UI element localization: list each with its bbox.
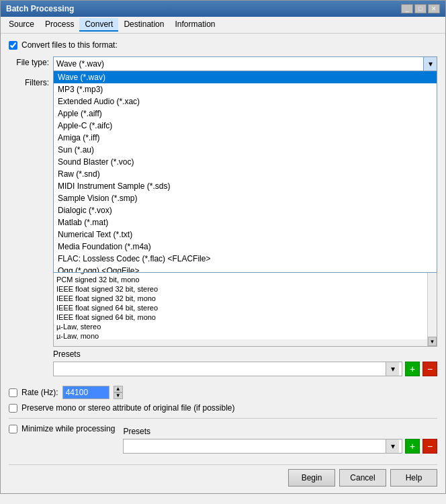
list-item[interactable]: µ-Law, stereo <box>54 322 427 331</box>
bottom-section: Minimize while processing Presets ▾ + − <box>9 424 437 458</box>
rate-input[interactable] <box>62 386 109 399</box>
title-bar: Batch Processing _ □ ✕ <box>1 1 445 17</box>
list-item[interactable]: IEEE float signed 32 bit, stereo <box>54 284 427 294</box>
cancel-button[interactable]: Cancel <box>339 469 386 487</box>
file-type-dropdown[interactable]: Wave (*.wav) MP3 (*.mp3) Extended Audio … <box>53 71 437 273</box>
action-buttons: Begin Cancel Help <box>9 464 437 487</box>
bottom-presets-section: Presets ▾ + − <box>123 424 437 458</box>
dropdown-item-ogg[interactable]: Ogg (*.ogg) <OggFile> <box>54 265 437 273</box>
begin-button[interactable]: Begin <box>288 469 335 487</box>
dropdown-item-m4a[interactable]: Media Foundation (*.m4a) <box>54 241 437 253</box>
content-area: Convert files to this format: File type:… <box>1 34 445 493</box>
rate-decrement-button[interactable]: ▼ <box>114 392 123 399</box>
close-button[interactable]: ✕ <box>428 4 440 13</box>
bottom-presets-row: ▾ + − <box>123 439 437 454</box>
dropdown-item-aiff[interactable]: Apple (*.aiff) <box>54 108 437 120</box>
dropdown-item-xac[interactable]: Extended Audio (*.xac) <box>54 95 437 108</box>
list-item[interactable]: IEEE float signed 64 bit, mono <box>54 312 427 322</box>
convert-checkbox[interactable] <box>9 41 17 50</box>
list-item[interactable]: IEEE float signed 32 bit, mono <box>54 294 427 303</box>
convert-checkbox-label: Convert files to this format: <box>21 40 118 50</box>
menu-information[interactable]: Information <box>169 18 220 32</box>
rate-label: Rate (Hz): <box>21 388 58 397</box>
dropdown-item-voc[interactable]: Sound Blaster (*.voc) <box>54 156 437 168</box>
menu-convert[interactable]: Convert <box>79 18 118 32</box>
preserve-label: Preserve mono or stereo attribute of ori… <box>21 403 234 413</box>
minimize-label: Minimize while processing <box>21 424 115 433</box>
dropdown-item-vox[interactable]: Dialogic (*.vox) <box>54 204 437 216</box>
dropdown-item-flac[interactable]: FLAC: Lossless Codec (*.flac) <FLACFile> <box>54 253 437 265</box>
bottom-presets-add-button[interactable]: + <box>405 439 420 454</box>
main-window: Batch Processing _ □ ✕ Source Process Co… <box>0 0 446 494</box>
dropdown-item-iff[interactable]: Amiga (*.iff) <box>54 132 437 144</box>
rate-spinner: ▲ ▼ <box>114 386 123 399</box>
window-title: Batch Processing <box>6 4 74 13</box>
bottom-presets-label: Presets <box>123 427 437 436</box>
dropdown-item-txt[interactable]: Numerical Text (*.txt) <box>54 228 437 241</box>
file-type-row: File type: Wave (*.wav) ▾ Wave (*.wav) M… <box>9 56 437 71</box>
list-item[interactable]: PCM signed 32 bit, mono <box>54 275 427 284</box>
dropdown-item-wav[interactable]: Wave (*.wav) <box>54 71 437 83</box>
rate-row: Rate (Hz): ▲ ▼ <box>9 386 437 399</box>
dropdown-item-smp[interactable]: Sample Vision (*.smp) <box>54 192 437 204</box>
dropdown-item-mp3[interactable]: MP3 (*.mp3) <box>54 83 437 95</box>
dropdown-item-aifc[interactable]: Apple-C (*.aifc) <box>54 120 437 132</box>
maximize-button[interactable]: □ <box>414 4 427 13</box>
scroll-down-btn[interactable]: ▼ <box>428 337 437 346</box>
presets-section: Presets ▾ + − <box>53 349 437 376</box>
dropdown-item-sds[interactable]: MIDI Instrument Sample (*.sds) <box>54 180 437 192</box>
minimize-button[interactable]: _ <box>401 4 413 13</box>
presets-dropdown-arrow[interactable]: ▾ <box>386 362 399 376</box>
preserve-checkbox-row: Preserve mono or stereo attribute of ori… <box>9 403 437 413</box>
file-type-dropdown-arrow[interactable]: ▾ <box>423 57 437 71</box>
minimize-checkbox[interactable] <box>9 425 17 433</box>
file-type-selected: Wave (*.wav) <box>56 59 423 69</box>
file-type-wrapper: Wave (*.wav) ▾ Wave (*.wav) MP3 (*.mp3) … <box>53 56 437 71</box>
presets-remove-button[interactable]: − <box>422 362 437 376</box>
menu-destination[interactable]: Destination <box>118 18 169 32</box>
help-button[interactable]: Help <box>390 469 437 487</box>
menu-bar: Source Process Convert Destination Infor… <box>1 17 445 34</box>
presets-select-wrapper: ▾ <box>53 362 402 376</box>
bottom-presets-wrapper: ▾ <box>123 439 402 454</box>
list-item[interactable]: µ-Law, mono <box>54 331 427 339</box>
dropdown-item-au[interactable]: Sun (*.au) <box>54 144 437 156</box>
title-bar-buttons: _ □ ✕ <box>401 4 440 13</box>
filters-label: Filters: <box>9 77 49 87</box>
menu-process[interactable]: Process <box>40 18 79 32</box>
dropdown-item-mat[interactable]: Matlab (*.mat) <box>54 216 437 228</box>
preserve-checkbox[interactable] <box>9 404 17 413</box>
menu-source[interactable]: Source <box>3 18 40 32</box>
presets-add-button[interactable]: + <box>405 362 420 376</box>
rate-checkbox[interactable] <box>9 388 17 397</box>
minimize-checkbox-row: Minimize while processing <box>9 424 115 433</box>
dropdown-item-snd[interactable]: Raw (*.snd) <box>54 168 437 180</box>
file-type-label: File type: <box>9 56 49 67</box>
presets-row: ▾ + − <box>53 362 437 376</box>
convert-checkbox-row: Convert files to this format: <box>9 40 437 50</box>
bottom-presets-remove-button[interactable]: − <box>422 439 437 454</box>
list-item[interactable]: IEEE float signed 64 bit, stereo <box>54 303 427 312</box>
rate-increment-button[interactable]: ▲ <box>114 386 123 392</box>
minimize-section: Minimize while processing <box>9 424 115 458</box>
divider <box>9 418 437 419</box>
presets-label: Presets <box>53 349 437 359</box>
bottom-presets-arrow[interactable]: ▾ <box>386 439 399 453</box>
